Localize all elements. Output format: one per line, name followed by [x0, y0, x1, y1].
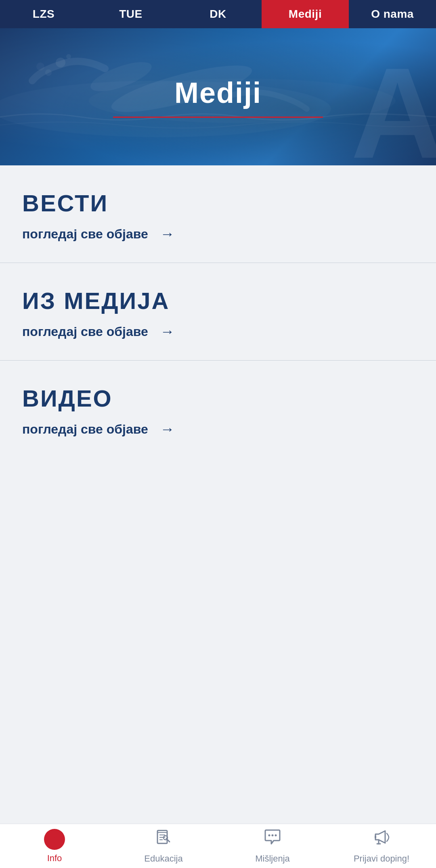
svg-point-4: [56, 58, 65, 67]
arrow-right-icon: →: [160, 225, 175, 242]
arrow-right-icon-3: →: [160, 421, 175, 438]
hero-banner: A Mediji: [0, 28, 436, 165]
hero-title: Mediji: [113, 76, 323, 109]
section-iz-medija-link-label: погледај све објаве: [22, 324, 148, 339]
section-video-link-label: погледај све објаве: [22, 422, 148, 437]
arrow-right-icon-2: →: [160, 323, 175, 340]
section-vesti: ВЕСТИ погледај све објаве →: [0, 165, 436, 263]
nav-item-lzs[interactable]: LZS: [0, 0, 87, 28]
nav-item-dk[interactable]: DK: [174, 0, 262, 28]
section-vesti-title: ВЕСТИ: [22, 190, 414, 217]
main-nav: LZS TUE DK Mediji O nama: [0, 0, 436, 28]
sections-container: ВЕСТИ погледај све објаве → ИЗ МЕДИЈА по…: [0, 165, 436, 458]
hero-watermark: A: [351, 48, 436, 165]
section-iz-medija-link[interactable]: погледај све објаве →: [22, 323, 414, 340]
section-iz-medija-title: ИЗ МЕДИЈА: [22, 287, 414, 314]
hero-content: Mediji: [113, 76, 323, 118]
section-vesti-link-label: погледај све објаве: [22, 227, 148, 242]
nav-item-o-nama[interactable]: O nama: [349, 0, 436, 28]
section-iz-medija: ИЗ МЕДИЈА погледај све објаве →: [0, 263, 436, 361]
svg-point-7: [36, 63, 44, 71]
hero-divider: [113, 117, 323, 118]
section-video-title: ВИДЕО: [22, 385, 414, 412]
section-video-link[interactable]: погледај све објаве →: [22, 421, 414, 438]
nav-item-mediji[interactable]: Mediji: [262, 0, 349, 28]
svg-point-6: [66, 54, 71, 59]
nav-item-tue[interactable]: TUE: [87, 0, 174, 28]
svg-point-5: [45, 69, 52, 76]
section-vesti-link[interactable]: погледај све објаве →: [22, 225, 414, 242]
section-video: ВИДЕО погледај све објаве →: [0, 361, 436, 458]
